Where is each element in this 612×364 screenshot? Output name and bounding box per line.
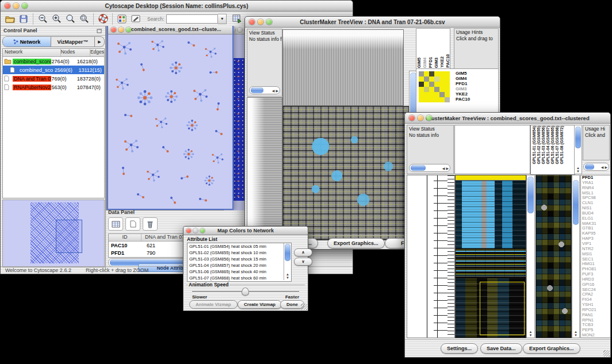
attribute-list-vscrollbar[interactable]: ▲▼ (284, 243, 291, 280)
data-col-id[interactable]: ID (109, 234, 141, 241)
minimize-button[interactable] (258, 19, 263, 25)
close-button[interactable] (249, 19, 255, 25)
network-graph-canvas[interactable] (108, 35, 230, 206)
heatmap-canvas[interactable] (455, 175, 526, 338)
network-table-row[interactable]: RNAPuberNov2+ 563(0) 107847(0) (3, 83, 104, 91)
zoom-out-icon[interactable] (36, 13, 49, 25)
network-table-row[interactable]: combined_sco 2569(6) 13112(15) (3, 66, 104, 74)
search-dropdown-arrow[interactable]: ▼ (218, 14, 227, 24)
column-label[interactable]: GPL51-02 (GSM855) (537, 126, 541, 164)
attribute-list-item[interactable]: GPL51-04 (GSM857) heat shock 20 min (189, 262, 291, 269)
column-dendrogram[interactable] (454, 125, 530, 174)
column-label[interactable]: GPL51-04 (GSM857) (546, 126, 550, 164)
search-input[interactable] (166, 14, 218, 24)
view-status-scrollbar[interactable]: ◀▶ (409, 164, 450, 172)
row-dendrogram[interactable] (247, 97, 282, 240)
export-graphics-button[interactable]: Export Graphics... (327, 238, 385, 248)
tab-network[interactable]: Network (3, 37, 51, 47)
main-title-bar[interactable]: Cytoscape Desktop (Session Name: collins… (1, 1, 353, 12)
minimize-button[interactable] (238, 28, 242, 32)
tab-vizmapper[interactable]: VizMapper™ (51, 37, 95, 47)
column-label[interactable]: GPL51-01 (GSM854) (532, 126, 536, 164)
more-tabs-button[interactable]: ▶ (95, 37, 104, 47)
attribute-list-item[interactable]: GPL51-02 (GSM855) heat shock 10 min (189, 250, 291, 256)
column-label[interactable]: GIM3 (434, 58, 439, 68)
close-button[interactable] (409, 115, 415, 121)
open-file-button[interactable] (3, 13, 17, 25)
export-graphics-button[interactable]: Export Graphics... (523, 343, 580, 354)
move-up-button[interactable]: ∧ (294, 248, 312, 256)
view-status-scrollbar[interactable]: ◀▶ (249, 86, 280, 94)
heatmap-vscrollbar[interactable]: ▲▼ (526, 175, 535, 338)
zoom-button[interactable] (266, 19, 272, 25)
new-attribute-button[interactable] (125, 217, 140, 231)
speed-slider-thumb[interactable] (242, 288, 249, 296)
minimize-button[interactable] (418, 115, 423, 121)
move-down-button[interactable]: ∨ (294, 258, 312, 266)
attribute-list-item[interactable]: GPL51-01 (GSM854) heat shock 05 min (189, 243, 291, 250)
create-vizmap-button[interactable]: Create Vizmap (238, 300, 282, 309)
column-label[interactable]: PFD1 (428, 57, 433, 68)
animate-vizmap-button[interactable]: Animate Vizmap (189, 300, 238, 309)
settings-button[interactable]: Settings... (441, 343, 478, 354)
row-dendrogram[interactable] (407, 175, 455, 338)
minimize-button[interactable] (193, 228, 198, 233)
minimize-button[interactable] (13, 3, 19, 9)
column-label[interactable]: PAC10 (445, 54, 450, 68)
network-table-row[interactable]: combined_scores 2764(0) 16218(0) (3, 57, 104, 66)
annotation-icon[interactable] (129, 13, 143, 25)
similarity-matrix[interactable] (419, 71, 450, 102)
attribute-list-item[interactable]: GPL51-03 (GSM856) heat shock 15 min (189, 256, 291, 262)
zoom-heatmap-canvas[interactable] (536, 175, 572, 338)
close-button[interactable] (5, 3, 10, 9)
close-button[interactable] (186, 228, 191, 233)
treeview-combined-titlebar[interactable]: ClusterMaker TreeView : combined_scores_… (405, 113, 610, 124)
dialog-titlebar[interactable]: Map Colors to Network (183, 227, 308, 235)
col-nodes[interactable]: Nodes (61, 49, 90, 56)
column-label[interactable]: GPL51-03 (GSM856) (541, 126, 545, 164)
network-table-row[interactable]: DNA and Tran 07 769(0) 183728(0) (3, 74, 104, 83)
close-button[interactable] (111, 27, 116, 32)
vizmapper-icon[interactable] (115, 13, 129, 25)
zoom-button[interactable] (126, 27, 131, 32)
column-label[interactable]: GIM5 (416, 58, 422, 68)
zoom-button[interactable] (200, 228, 205, 233)
attribute-select-button[interactable] (108, 217, 123, 231)
zoom-fit-icon[interactable] (77, 13, 91, 25)
network-overview-panel[interactable] (2, 200, 105, 267)
column-label[interactable]: YKE2 (439, 56, 445, 68)
row-label[interactable]: PFD1 (456, 81, 470, 86)
column-dendrogram[interactable] (282, 29, 404, 106)
attribute-list-item[interactable]: GPL51-06 (GSM865) heat shock 40 min (189, 269, 291, 275)
zoom-selected-icon[interactable] (63, 13, 77, 25)
row-label[interactable]: PAC10 (456, 97, 470, 102)
column-label[interactable]: GIM4 (422, 58, 427, 68)
minimize-button[interactable] (118, 27, 124, 32)
column-label[interactable]: GPL51-07 (GSM868) (555, 126, 559, 164)
column-label[interactable]: GPL51-08 (GSM872) (560, 126, 564, 164)
heatmap-canvas[interactable] (282, 106, 409, 240)
zoom-in-icon[interactable] (49, 13, 63, 25)
col-network[interactable]: Network (3, 49, 61, 56)
usage-hints-scrollbar[interactable]: ◀▶ (583, 163, 609, 171)
import-table-icon[interactable] (230, 13, 244, 25)
treeview-dna-titlebar[interactable]: ClusterMaker TreeView : DNA and Tran 07-… (245, 17, 500, 28)
gene-list-vscrollbar[interactable]: ▲▼ (572, 175, 580, 338)
row-label[interactable]: GIM4 (456, 76, 470, 81)
column-labels-vscrollbar[interactable]: ▲▼ (574, 125, 582, 174)
save-data-button[interactable]: Save Data... (480, 343, 522, 354)
resize-grip[interactable] (603, 350, 610, 357)
delete-attribute-trash-icon[interactable] (143, 217, 158, 231)
zoom-button[interactable] (426, 115, 432, 121)
row-label[interactable]: GIM3 (456, 86, 470, 91)
col-edges[interactable]: Edges (90, 49, 104, 56)
row-label[interactable]: YKE2 (456, 91, 470, 97)
zoom-button[interactable] (22, 3, 28, 9)
column-label[interactable]: GPL51-06 (GSM865) (550, 126, 554, 164)
gene-label[interactable]: MON2 (582, 333, 611, 338)
help-lifering-icon[interactable] (96, 13, 110, 25)
resize-grip[interactable] (301, 304, 307, 310)
float-panel-icon[interactable] (97, 25, 105, 36)
row-label[interactable]: GIM5 (456, 71, 470, 76)
save-button[interactable] (17, 13, 30, 25)
